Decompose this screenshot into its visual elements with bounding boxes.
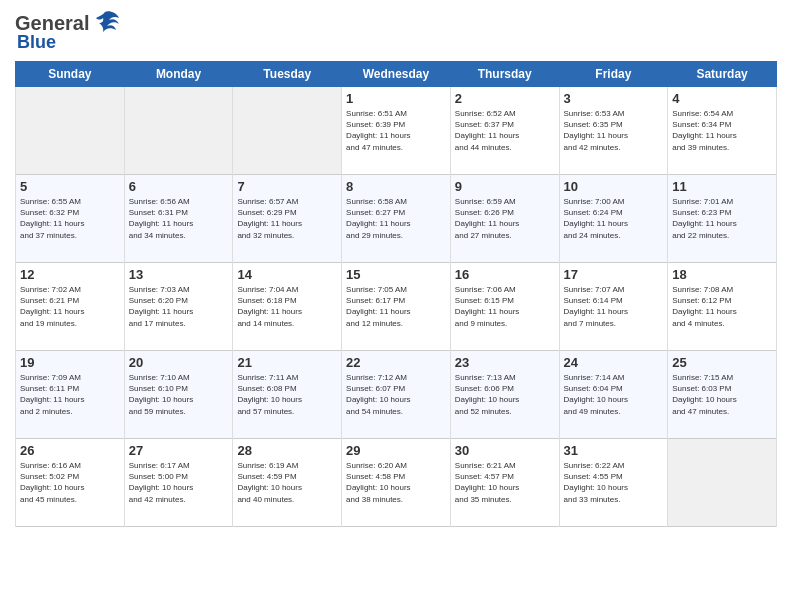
calendar-cell: 4Sunrise: 6:54 AM Sunset: 6:34 PM Daylig… (668, 87, 777, 175)
calendar-cell: 1Sunrise: 6:51 AM Sunset: 6:39 PM Daylig… (342, 87, 451, 175)
day-info: Sunrise: 7:09 AM Sunset: 6:11 PM Dayligh… (20, 372, 120, 417)
calendar-cell: 5Sunrise: 6:55 AM Sunset: 6:32 PM Daylig… (16, 175, 125, 263)
calendar-cell: 19Sunrise: 7:09 AM Sunset: 6:11 PM Dayli… (16, 351, 125, 439)
calendar-page: General Blue Sunday Monday Tuesday Wedne… (0, 0, 792, 612)
calendar-cell: 27Sunrise: 6:17 AM Sunset: 5:00 PM Dayli… (124, 439, 233, 527)
day-info: Sunrise: 7:15 AM Sunset: 6:03 PM Dayligh… (672, 372, 772, 417)
logo-bird-icon (89, 10, 121, 36)
day-info: Sunrise: 6:58 AM Sunset: 6:27 PM Dayligh… (346, 196, 446, 241)
calendar-cell: 28Sunrise: 6:19 AM Sunset: 4:59 PM Dayli… (233, 439, 342, 527)
calendar-cell: 13Sunrise: 7:03 AM Sunset: 6:20 PM Dayli… (124, 263, 233, 351)
day-info: Sunrise: 6:57 AM Sunset: 6:29 PM Dayligh… (237, 196, 337, 241)
day-info: Sunrise: 7:01 AM Sunset: 6:23 PM Dayligh… (672, 196, 772, 241)
calendar-cell (16, 87, 125, 175)
calendar-cell: 16Sunrise: 7:06 AM Sunset: 6:15 PM Dayli… (450, 263, 559, 351)
day-number: 17 (564, 267, 664, 282)
day-number: 11 (672, 179, 772, 194)
calendar-cell: 20Sunrise: 7:10 AM Sunset: 6:10 PM Dayli… (124, 351, 233, 439)
calendar-cell: 9Sunrise: 6:59 AM Sunset: 6:26 PM Daylig… (450, 175, 559, 263)
calendar-cell: 6Sunrise: 6:56 AM Sunset: 6:31 PM Daylig… (124, 175, 233, 263)
calendar-table: Sunday Monday Tuesday Wednesday Thursday… (15, 61, 777, 527)
calendar-body: 1Sunrise: 6:51 AM Sunset: 6:39 PM Daylig… (16, 87, 777, 527)
day-number: 27 (129, 443, 229, 458)
day-info: Sunrise: 6:52 AM Sunset: 6:37 PM Dayligh… (455, 108, 555, 153)
logo-blue-text: Blue (17, 32, 56, 53)
day-info: Sunrise: 7:05 AM Sunset: 6:17 PM Dayligh… (346, 284, 446, 329)
day-info: Sunrise: 6:55 AM Sunset: 6:32 PM Dayligh… (20, 196, 120, 241)
weekday-wednesday: Wednesday (342, 62, 451, 87)
day-number: 12 (20, 267, 120, 282)
day-number: 9 (455, 179, 555, 194)
day-info: Sunrise: 7:02 AM Sunset: 6:21 PM Dayligh… (20, 284, 120, 329)
calendar-cell: 12Sunrise: 7:02 AM Sunset: 6:21 PM Dayli… (16, 263, 125, 351)
day-info: Sunrise: 7:03 AM Sunset: 6:20 PM Dayligh… (129, 284, 229, 329)
day-number: 4 (672, 91, 772, 106)
calendar-cell: 2Sunrise: 6:52 AM Sunset: 6:37 PM Daylig… (450, 87, 559, 175)
day-number: 14 (237, 267, 337, 282)
day-number: 5 (20, 179, 120, 194)
calendar-cell: 7Sunrise: 6:57 AM Sunset: 6:29 PM Daylig… (233, 175, 342, 263)
weekday-sunday: Sunday (16, 62, 125, 87)
calendar-cell: 10Sunrise: 7:00 AM Sunset: 6:24 PM Dayli… (559, 175, 668, 263)
calendar-cell: 3Sunrise: 6:53 AM Sunset: 6:35 PM Daylig… (559, 87, 668, 175)
day-info: Sunrise: 7:04 AM Sunset: 6:18 PM Dayligh… (237, 284, 337, 329)
day-number: 8 (346, 179, 446, 194)
day-info: Sunrise: 7:10 AM Sunset: 6:10 PM Dayligh… (129, 372, 229, 417)
calendar-cell: 11Sunrise: 7:01 AM Sunset: 6:23 PM Dayli… (668, 175, 777, 263)
day-number: 16 (455, 267, 555, 282)
day-number: 24 (564, 355, 664, 370)
day-info: Sunrise: 6:20 AM Sunset: 4:58 PM Dayligh… (346, 460, 446, 505)
day-info: Sunrise: 6:53 AM Sunset: 6:35 PM Dayligh… (564, 108, 664, 153)
day-number: 10 (564, 179, 664, 194)
day-info: Sunrise: 7:12 AM Sunset: 6:07 PM Dayligh… (346, 372, 446, 417)
day-info: Sunrise: 6:51 AM Sunset: 6:39 PM Dayligh… (346, 108, 446, 153)
day-info: Sunrise: 6:21 AM Sunset: 4:57 PM Dayligh… (455, 460, 555, 505)
day-info: Sunrise: 7:11 AM Sunset: 6:08 PM Dayligh… (237, 372, 337, 417)
calendar-cell: 22Sunrise: 7:12 AM Sunset: 6:07 PM Dayli… (342, 351, 451, 439)
day-number: 26 (20, 443, 120, 458)
day-number: 20 (129, 355, 229, 370)
day-number: 3 (564, 91, 664, 106)
calendar-header: General Blue (15, 10, 777, 53)
weekday-thursday: Thursday (450, 62, 559, 87)
calendar-cell (124, 87, 233, 175)
weekday-friday: Friday (559, 62, 668, 87)
calendar-cell: 24Sunrise: 7:14 AM Sunset: 6:04 PM Dayli… (559, 351, 668, 439)
calendar-cell: 18Sunrise: 7:08 AM Sunset: 6:12 PM Dayli… (668, 263, 777, 351)
day-info: Sunrise: 6:59 AM Sunset: 6:26 PM Dayligh… (455, 196, 555, 241)
day-info: Sunrise: 7:07 AM Sunset: 6:14 PM Dayligh… (564, 284, 664, 329)
calendar-cell: 21Sunrise: 7:11 AM Sunset: 6:08 PM Dayli… (233, 351, 342, 439)
day-number: 15 (346, 267, 446, 282)
day-number: 1 (346, 91, 446, 106)
day-number: 25 (672, 355, 772, 370)
calendar-cell: 30Sunrise: 6:21 AM Sunset: 4:57 PM Dayli… (450, 439, 559, 527)
calendar-cell: 17Sunrise: 7:07 AM Sunset: 6:14 PM Dayli… (559, 263, 668, 351)
day-number: 13 (129, 267, 229, 282)
day-info: Sunrise: 7:08 AM Sunset: 6:12 PM Dayligh… (672, 284, 772, 329)
calendar-header-row: Sunday Monday Tuesday Wednesday Thursday… (16, 62, 777, 87)
weekday-tuesday: Tuesday (233, 62, 342, 87)
day-number: 6 (129, 179, 229, 194)
day-info: Sunrise: 7:06 AM Sunset: 6:15 PM Dayligh… (455, 284, 555, 329)
day-info: Sunrise: 6:56 AM Sunset: 6:31 PM Dayligh… (129, 196, 229, 241)
day-number: 18 (672, 267, 772, 282)
calendar-cell: 29Sunrise: 6:20 AM Sunset: 4:58 PM Dayli… (342, 439, 451, 527)
day-info: Sunrise: 6:54 AM Sunset: 6:34 PM Dayligh… (672, 108, 772, 153)
calendar-cell: 15Sunrise: 7:05 AM Sunset: 6:17 PM Dayli… (342, 263, 451, 351)
day-number: 22 (346, 355, 446, 370)
calendar-cell: 14Sunrise: 7:04 AM Sunset: 6:18 PM Dayli… (233, 263, 342, 351)
day-number: 7 (237, 179, 337, 194)
calendar-cell: 8Sunrise: 6:58 AM Sunset: 6:27 PM Daylig… (342, 175, 451, 263)
day-info: Sunrise: 6:16 AM Sunset: 5:02 PM Dayligh… (20, 460, 120, 505)
calendar-cell (668, 439, 777, 527)
calendar-cell: 26Sunrise: 6:16 AM Sunset: 5:02 PM Dayli… (16, 439, 125, 527)
day-info: Sunrise: 7:14 AM Sunset: 6:04 PM Dayligh… (564, 372, 664, 417)
day-number: 29 (346, 443, 446, 458)
day-info: Sunrise: 6:22 AM Sunset: 4:55 PM Dayligh… (564, 460, 664, 505)
day-number: 23 (455, 355, 555, 370)
weekday-saturday: Saturday (668, 62, 777, 87)
day-number: 28 (237, 443, 337, 458)
day-number: 31 (564, 443, 664, 458)
day-info: Sunrise: 7:00 AM Sunset: 6:24 PM Dayligh… (564, 196, 664, 241)
logo: General Blue (15, 10, 121, 53)
